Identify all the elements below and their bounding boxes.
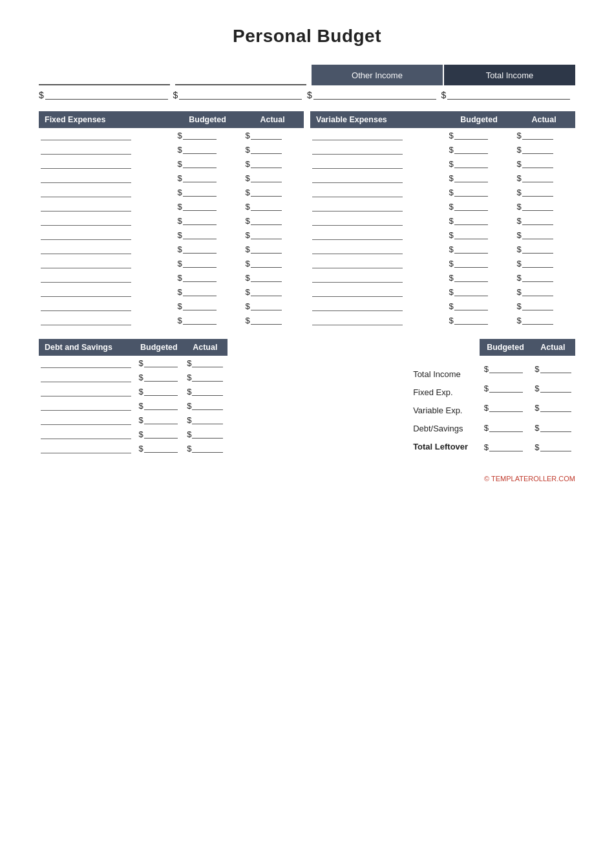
- fixed-budgeted-field[interactable]: $: [178, 287, 217, 296]
- summary-budgeted-cell[interactable]: $: [480, 356, 531, 376]
- actual-underline[interactable]: [192, 443, 223, 453]
- variable-name-cell[interactable]: [311, 228, 445, 242]
- fixed-budgeted-field[interactable]: $: [178, 215, 217, 225]
- variable-name-cell[interactable]: [311, 142, 445, 157]
- variable-budgeted-field[interactable]: $: [449, 187, 488, 197]
- variable-name-field[interactable]: [312, 272, 403, 283]
- fixed-name-field[interactable]: [41, 230, 131, 240]
- fixed-name-cell[interactable]: [39, 142, 174, 157]
- debt-budgeted-field[interactable]: $: [139, 358, 178, 367]
- summary-actual-underline[interactable]: [540, 422, 571, 432]
- fixed-actual-cell[interactable]: $: [242, 313, 304, 327]
- fixed-actual-cell[interactable]: $: [242, 185, 304, 199]
- actual-underline[interactable]: [522, 158, 553, 168]
- variable-name-field[interactable]: [312, 230, 403, 240]
- income-value-2[interactable]: $: [173, 88, 302, 100]
- debt-actual-cell[interactable]: $: [183, 370, 227, 384]
- fixed-actual-field[interactable]: $: [246, 201, 282, 211]
- fixed-budgeted-cell[interactable]: $: [174, 142, 242, 157]
- variable-budgeted-cell[interactable]: $: [445, 213, 513, 228]
- variable-name-field[interactable]: [312, 301, 403, 311]
- variable-budgeted-cell[interactable]: $: [445, 128, 513, 143]
- fixed-budgeted-field[interactable]: $: [178, 230, 217, 239]
- fixed-name-field[interactable]: [41, 258, 131, 268]
- variable-actual-field[interactable]: $: [517, 187, 553, 197]
- budgeted-underline[interactable]: [183, 315, 217, 325]
- budgeted-underline[interactable]: [183, 173, 217, 182]
- fixed-actual-field[interactable]: $: [246, 258, 282, 268]
- budgeted-underline[interactable]: [183, 301, 217, 310]
- summary-budgeted-field[interactable]: $: [484, 422, 523, 432]
- actual-underline[interactable]: [251, 287, 282, 296]
- summary-budgeted-field[interactable]: $: [484, 402, 523, 412]
- fixed-name-cell[interactable]: [39, 242, 174, 256]
- variable-budgeted-field[interactable]: $: [449, 258, 488, 268]
- fixed-actual-field[interactable]: $: [246, 301, 282, 310]
- actual-underline[interactable]: [251, 144, 282, 154]
- fixed-budgeted-field[interactable]: $: [178, 187, 217, 197]
- variable-budgeted-field[interactable]: $: [449, 201, 488, 211]
- fixed-actual-cell[interactable]: $: [242, 242, 304, 256]
- variable-name-cell[interactable]: [311, 199, 445, 213]
- fixed-name-field[interactable]: [41, 201, 131, 212]
- variable-actual-field[interactable]: $: [517, 130, 553, 140]
- fixed-budgeted-cell[interactable]: $: [174, 199, 242, 213]
- variable-actual-field[interactable]: $: [517, 201, 553, 211]
- fixed-actual-cell[interactable]: $: [242, 285, 304, 299]
- fixed-actual-cell[interactable]: $: [242, 199, 304, 213]
- budgeted-underline[interactable]: [454, 144, 488, 154]
- fixed-actual-cell[interactable]: $: [242, 270, 304, 285]
- debt-name-field[interactable]: [41, 415, 131, 425]
- summary-actual-cell[interactable]: $: [531, 356, 575, 376]
- summary-actual-underline[interactable]: [540, 363, 571, 373]
- variable-actual-field[interactable]: $: [517, 287, 553, 296]
- variable-name-field[interactable]: [312, 258, 403, 268]
- actual-underline[interactable]: [251, 230, 282, 239]
- debt-name-cell[interactable]: [39, 441, 135, 455]
- debt-budgeted-field[interactable]: $: [139, 386, 178, 396]
- fixed-name-cell[interactable]: [39, 299, 174, 313]
- actual-underline[interactable]: [522, 201, 553, 211]
- fixed-budgeted-field[interactable]: $: [178, 301, 217, 310]
- variable-name-field[interactable]: [312, 244, 403, 254]
- variable-name-cell[interactable]: [311, 213, 445, 228]
- budgeted-underline[interactable]: [183, 287, 217, 296]
- variable-budgeted-field[interactable]: $: [449, 244, 488, 254]
- summary-budgeted-underline[interactable]: [489, 422, 523, 432]
- fixed-actual-field[interactable]: $: [246, 287, 282, 296]
- debt-actual-cell[interactable]: $: [183, 398, 227, 413]
- budgeted-underline[interactable]: [144, 372, 178, 382]
- income-value-1[interactable]: $: [39, 88, 168, 100]
- fixed-budgeted-field[interactable]: $: [178, 144, 217, 154]
- variable-budgeted-field[interactable]: $: [449, 230, 488, 239]
- debt-actual-field[interactable]: $: [187, 415, 223, 424]
- budgeted-underline[interactable]: [454, 244, 488, 254]
- variable-actual-field[interactable]: $: [517, 301, 553, 310]
- budgeted-underline[interactable]: [454, 230, 488, 239]
- variable-name-cell[interactable]: [311, 128, 445, 143]
- summary-budgeted-underline[interactable]: [489, 442, 523, 451]
- income-blank-1[interactable]: [39, 65, 170, 85]
- debt-actual-field[interactable]: $: [187, 372, 223, 382]
- variable-name-cell[interactable]: [311, 285, 445, 299]
- summary-budgeted-underline[interactable]: [489, 402, 523, 412]
- fixed-name-field[interactable]: [41, 187, 131, 197]
- fixed-name-field[interactable]: [41, 315, 131, 325]
- budgeted-underline[interactable]: [144, 386, 178, 396]
- debt-budgeted-field[interactable]: $: [139, 443, 178, 453]
- actual-underline[interactable]: [522, 258, 553, 268]
- fixed-actual-cell[interactable]: $: [242, 171, 304, 185]
- variable-budgeted-cell[interactable]: $: [445, 285, 513, 299]
- fixed-actual-field[interactable]: $: [246, 230, 282, 239]
- summary-actual-cell[interactable]: $: [531, 415, 575, 434]
- variable-actual-cell[interactable]: $: [513, 171, 575, 185]
- budgeted-underline[interactable]: [454, 272, 488, 282]
- variable-name-field[interactable]: [312, 287, 403, 297]
- summary-budgeted-underline[interactable]: [489, 363, 523, 373]
- actual-underline[interactable]: [192, 400, 223, 410]
- income-field-1[interactable]: [45, 88, 168, 100]
- debt-actual-cell[interactable]: $: [183, 356, 227, 371]
- variable-budgeted-field[interactable]: $: [449, 215, 488, 225]
- actual-underline[interactable]: [251, 201, 282, 211]
- actual-underline[interactable]: [522, 301, 553, 310]
